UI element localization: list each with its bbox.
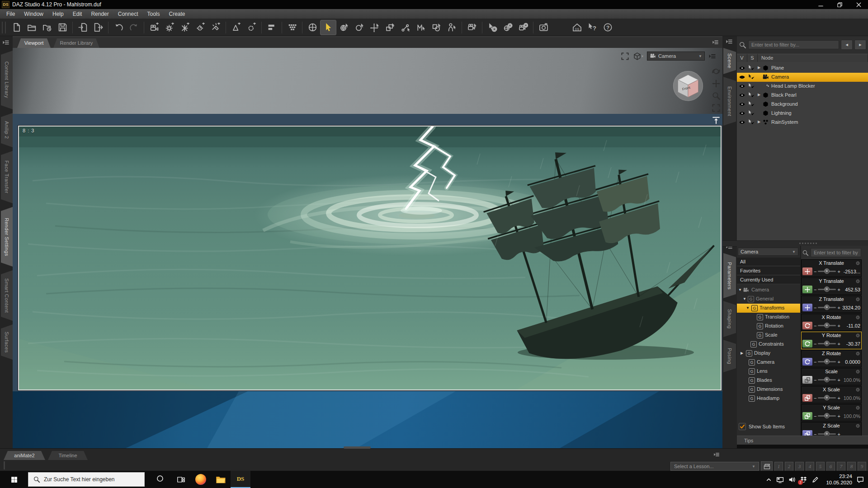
play-lesson-button[interactable] <box>761 461 773 471</box>
open-recent-button[interactable] <box>39 20 55 35</box>
increment-button[interactable]: + <box>837 359 840 365</box>
splitter-handle[interactable] <box>344 446 371 449</box>
gear-icon[interactable] <box>855 315 860 320</box>
decrement-button[interactable]: − <box>814 359 816 365</box>
decrement-button[interactable]: − <box>814 413 816 419</box>
toolbar-grip[interactable] <box>2 22 6 33</box>
collapse-icon[interactable]: ▼ <box>746 306 750 310</box>
increment-button[interactable]: + <box>837 395 840 401</box>
view-cube-menu-button[interactable]: ▾ <box>633 52 643 61</box>
group-favorites[interactable]: Favorites <box>737 267 800 275</box>
gear-icon[interactable] <box>855 333 860 338</box>
tray-expand-button[interactable] <box>765 476 772 483</box>
selectable-cursor-icon[interactable] <box>748 92 755 99</box>
decrement-button[interactable]: − <box>814 341 816 347</box>
pan-view-button[interactable] <box>712 79 721 88</box>
create-camera-button[interactable] <box>146 20 162 35</box>
taskbar-search[interactable]: Zur Suche Text hier eingeben <box>28 472 145 487</box>
collapse-icon[interactable]: ▼ <box>738 288 742 292</box>
slider-track[interactable] <box>818 343 836 344</box>
slider-value[interactable]: 3324.20 <box>842 305 860 310</box>
slider-knob[interactable] <box>824 341 830 346</box>
scene-pane-options-button[interactable] <box>726 38 733 45</box>
frame-view-button[interactable] <box>712 103 721 113</box>
tree-dimensions[interactable]: G Dimensions <box>737 385 800 394</box>
increment-button[interactable]: + <box>837 377 840 383</box>
increment-button[interactable]: + <box>837 341 840 347</box>
scale-tool[interactable] <box>382 20 398 35</box>
slider-value[interactable]: 100.0% <box>842 395 860 401</box>
slider-value[interactable]: 0.0000 <box>842 359 860 365</box>
slider-value[interactable]: 100.0% <box>842 413 860 419</box>
menu-file[interactable]: File <box>2 9 19 19</box>
scene-filter-input[interactable] <box>748 40 839 49</box>
camera-view-selector[interactable]: Camera ▼ <box>647 52 705 61</box>
visibility-eye-icon[interactable] <box>739 65 745 71</box>
scene-node-rainsystem[interactable]: ▶ RainSystem <box>737 118 868 127</box>
slider-knob[interactable] <box>824 431 830 436</box>
group-currently-used[interactable]: Currently Used <box>737 276 800 284</box>
render-settings-button[interactable] <box>515 20 531 35</box>
parameters-filter-input[interactable] <box>811 248 861 257</box>
increment-button[interactable]: + <box>837 432 840 436</box>
export-button[interactable] <box>90 20 106 35</box>
selectable-cursor-icon[interactable] <box>748 110 755 117</box>
orbit-tool[interactable] <box>352 20 367 35</box>
decrement-button[interactable]: − <box>814 305 816 310</box>
render-button[interactable] <box>536 20 551 35</box>
selectable-cursor-icon[interactable] <box>748 83 755 89</box>
tree-rotation[interactable]: G Rotation <box>737 322 800 331</box>
tab-shaping[interactable]: Shaping <box>723 301 736 337</box>
tree-camera-settings[interactable]: G Camera <box>737 358 800 367</box>
slider-value[interactable]: -30.37 <box>842 341 860 347</box>
group-all[interactable]: All <box>737 258 800 266</box>
tab-viewport[interactable]: Viewport <box>17 38 51 48</box>
tree-lens[interactable]: G Lens <box>737 367 800 376</box>
restore-button[interactable] <box>830 0 849 9</box>
lesson-step-7[interactable]: 7 <box>837 462 845 471</box>
save-button[interactable] <box>55 20 70 35</box>
tab-surfaces[interactable]: Surfaces <box>1 324 13 360</box>
surface-selection-tool[interactable] <box>413 20 429 35</box>
selectable-cursor-icon[interactable] <box>748 65 755 71</box>
create-primitive-button[interactable] <box>228 20 244 35</box>
figure-setup-tool[interactable] <box>444 20 459 35</box>
slider-knob[interactable] <box>824 395 830 400</box>
create-linear-light-button[interactable] <box>208 20 223 35</box>
slider-knob[interactable] <box>824 305 830 310</box>
slider-track[interactable] <box>818 289 836 290</box>
scene-node-black-pearl[interactable]: ▶ Black Pearl <box>737 91 868 100</box>
left-pane-options-button[interactable] <box>2 39 9 46</box>
show-sub-items-checkbox[interactable]: Show Sub Items <box>739 423 785 430</box>
menu-edit[interactable]: Edit <box>68 9 87 19</box>
visibility-eye-icon[interactable] <box>739 119 745 126</box>
geometry-editor-tool[interactable] <box>429 20 444 35</box>
tab-anilip2[interactable]: Anilip 2 <box>1 113 13 147</box>
node-selection-tool[interactable] <box>320 20 336 35</box>
decrement-button[interactable]: − <box>814 269 816 274</box>
visibility-eye-icon[interactable] <box>739 110 745 117</box>
create-point-light-button[interactable] <box>177 20 193 35</box>
volume-button[interactable] <box>788 476 796 483</box>
whats-this-button[interactable] <box>585 20 600 35</box>
gear-icon[interactable] <box>855 423 860 428</box>
increment-button[interactable]: + <box>837 413 840 419</box>
scene-node-head-lamp-blocker[interactable]: Head Lamp Blocker <box>737 82 868 91</box>
collapse-icon[interactable]: ▼ <box>743 297 746 301</box>
slider-value[interactable]: -2513... <box>842 269 860 274</box>
gear-icon[interactable] <box>855 297 860 302</box>
tree-constraints[interactable]: G Constraints <box>737 340 800 349</box>
scene-node-lightning[interactable]: Lightning <box>737 109 868 118</box>
expand-icon[interactable]: ▶ <box>758 120 760 124</box>
scene-node-background[interactable]: Background <box>737 100 868 109</box>
decrement-button[interactable]: − <box>814 395 816 401</box>
pen-settings-button[interactable] <box>811 476 819 483</box>
viewport-canvas[interactable]: 8 : 3 ▾ Camera ▼ Front <box>13 48 722 448</box>
tree-headlamp[interactable]: G Headlamp <box>737 394 800 403</box>
slider-knob[interactable] <box>824 359 830 364</box>
decrement-button[interactable]: − <box>814 323 816 328</box>
menu-window[interactable]: Window <box>19 9 48 19</box>
rotate-tool[interactable] <box>336 20 352 35</box>
filter-forward-button[interactable]: ► <box>854 40 866 50</box>
simulation-settings-button[interactable] <box>500 20 515 35</box>
